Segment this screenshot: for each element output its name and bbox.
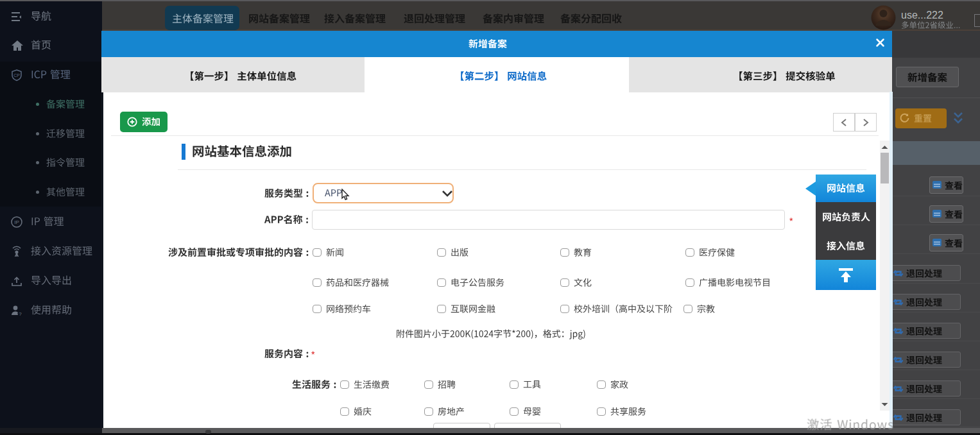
svg-text:?: ?	[19, 311, 22, 317]
svg-text:CP: CP	[13, 73, 20, 78]
svg-text:IP: IP	[14, 219, 19, 225]
